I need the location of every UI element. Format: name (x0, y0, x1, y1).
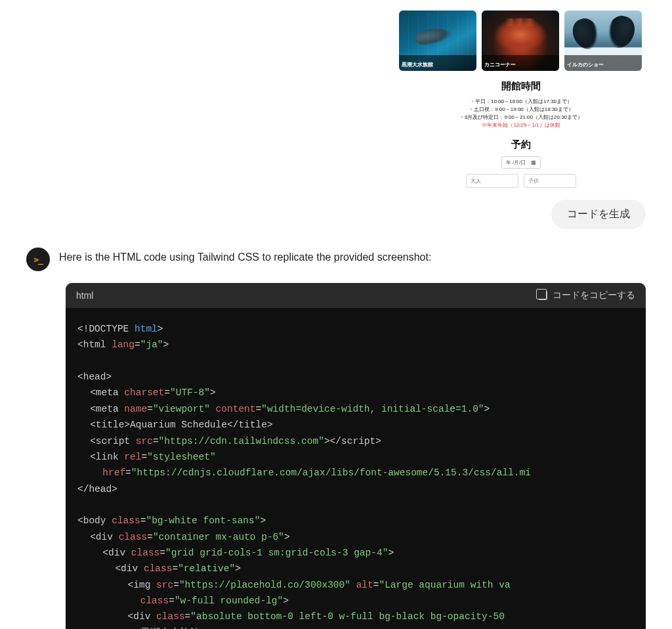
code-lang-label: html (76, 290, 93, 301)
card-caption: イルカのショー (567, 62, 604, 68)
card-kuroshio: 黒潮大水族館 (399, 11, 476, 71)
hours-line: ・土日祝：9:00～19:00（入館は18:30まで） (399, 106, 643, 114)
copy-icon (538, 291, 547, 300)
child-placeholder: 子供 (528, 178, 539, 184)
card-caption: 黒潮大水族館 (402, 62, 433, 68)
hours-title: 開館時間 (399, 80, 643, 93)
card-dolphin: イルカのショー (564, 11, 642, 71)
copy-label: コードをコピーする (553, 290, 635, 301)
copy-code-button[interactable]: コードをコピーする (538, 290, 635, 301)
hours-line: ・平日：10:00～18:00（入館は17:30まで） (399, 98, 643, 106)
adult-field[interactable]: 大人 (466, 174, 518, 188)
hours-text: ・平日：10:00～18:00（入館は17:30まで） ・土日祝：9:00～19… (399, 98, 643, 129)
calendar-icon: ▦ (531, 160, 536, 165)
hours-line: ・8月及び特定日：9:00～21:00（入館は20:30まで） (399, 114, 643, 121)
card-row: 黒潮大水族館 カニコーナー イルカのショー (399, 11, 643, 71)
adult-placeholder: 大人 (471, 178, 481, 184)
preview-panel: 黒潮大水族館 カニコーナー イルカのショー 開館時間 ・平日：10:00～18:… (26, 0, 646, 190)
assistant-intro-text: Here is the HTML code using Tailwind CSS… (59, 248, 431, 263)
closed-line: ※年末年始（12/29～1/1）は休館 (399, 121, 643, 129)
assistant-avatar: >_ (26, 248, 50, 271)
generate-code-button[interactable]: コードを生成 (551, 200, 646, 229)
prompt-icon: >_ (33, 255, 43, 265)
card-crab: カニコーナー (482, 11, 559, 71)
card-caption: カニコーナー (484, 62, 516, 68)
child-field[interactable]: 子供 (524, 174, 576, 188)
code-body[interactable]: <!DOCTYPE html><html lang="ja"> <head><m… (66, 308, 646, 629)
code-block: html コードをコピーする <!DOCTYPE html><html lang… (66, 283, 646, 629)
reserve-title: 予約 (399, 139, 643, 151)
date-placeholder: 年 /月/日 (506, 159, 526, 166)
date-input[interactable]: 年 /月/日 ▦ (501, 156, 541, 169)
